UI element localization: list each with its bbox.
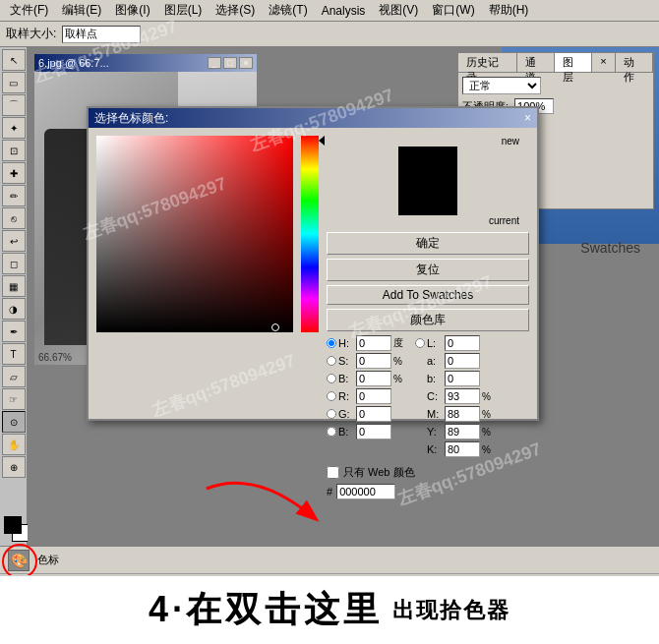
- hue-radio[interactable]: [327, 338, 336, 348]
- menu-image[interactable]: 图像(I): [109, 0, 155, 21]
- sample-size-label: 取样大小:: [6, 26, 56, 42]
- menu-window[interactable]: 窗口(W): [426, 0, 480, 21]
- tool-healing[interactable]: ✚: [2, 162, 26, 184]
- a-input[interactable]: [445, 353, 480, 369]
- L-input[interactable]: [445, 335, 480, 351]
- tool-type[interactable]: T: [2, 343, 26, 365]
- close-button[interactable]: ×: [239, 57, 253, 69]
- hex-hash-label: #: [327, 486, 332, 498]
- brightness-unit: %: [393, 374, 407, 384]
- ok-button[interactable]: 确定: [327, 232, 529, 255]
- tool-stamp[interactable]: ⎋: [2, 207, 26, 229]
- tool-hand[interactable]: ✋: [2, 434, 26, 455]
- saturation-radio[interactable]: [327, 356, 336, 366]
- b-input[interactable]: [445, 371, 480, 386]
- tool-shape[interactable]: ▱: [2, 366, 26, 387]
- green-field-row: G:: [327, 406, 407, 422]
- hue-input[interactable]: [356, 335, 391, 351]
- saturation-unit: %: [393, 356, 407, 367]
- web-colors-checkbox[interactable]: [327, 466, 339, 479]
- green-radio[interactable]: [327, 409, 336, 419]
- gradient-cursor: [271, 323, 279, 331]
- tab-history[interactable]: 历史记录: [458, 53, 517, 72]
- color-picker-title-text: 选择色标颜色:: [94, 110, 168, 127]
- maximize-button[interactable]: □: [223, 57, 237, 69]
- tool-brush[interactable]: ✏: [2, 185, 26, 206]
- blue-radio[interactable]: [327, 427, 336, 437]
- content-area: 6.jpg @ 66.7... _ □ × 小左宾 XiaoZuo Vi... …: [28, 47, 659, 546]
- menu-view[interactable]: 视图(V): [373, 0, 424, 21]
- brightness-label: B:: [338, 373, 354, 384]
- tab-channels[interactable]: 通道: [517, 53, 555, 72]
- saturation-label: S:: [338, 355, 354, 367]
- layer-icon: 🎨: [11, 553, 28, 568]
- menu-file[interactable]: 文件(F): [4, 0, 54, 21]
- hue-slider[interactable]: [301, 136, 319, 332]
- Y-input[interactable]: [445, 424, 480, 439]
- tool-lasso[interactable]: ⌒: [2, 94, 26, 116]
- color-fields: H: 度 S: %: [327, 335, 529, 457]
- add-to-swatches-button[interactable]: Add To Swatches: [327, 285, 529, 305]
- menu-filter[interactable]: 滤镜(T): [263, 0, 313, 21]
- K-input[interactable]: [445, 441, 480, 457]
- tool-eyedropper[interactable]: ⊙: [2, 411, 26, 433]
- hex-color-row: #: [327, 484, 529, 499]
- tool-pen[interactable]: ✒: [2, 321, 26, 342]
- layer-thumbnail[interactable]: 🎨: [8, 550, 30, 571]
- tab-layers[interactable]: 图层: [555, 53, 592, 72]
- menu-help[interactable]: 帮助(H): [483, 0, 535, 21]
- annotation-left-text: 4·在双击这里: [149, 586, 383, 634]
- web-colors-row: 只有 Web 颜色: [327, 465, 529, 480]
- hex-color-input[interactable]: [336, 484, 395, 499]
- red-radio[interactable]: [327, 391, 336, 401]
- menu-edit[interactable]: 编辑(E): [56, 0, 107, 21]
- blue-input[interactable]: [356, 424, 391, 439]
- Y-label: Y:: [427, 426, 443, 438]
- M-unit: %: [482, 409, 496, 420]
- tab-actions[interactable]: 动作: [616, 53, 653, 72]
- color-picker-close-btn[interactable]: ×: [524, 111, 531, 125]
- brightness-input[interactable]: [356, 371, 391, 386]
- tool-crop[interactable]: ⊡: [2, 140, 26, 161]
- blue-field-row: B:: [327, 424, 407, 439]
- menu-bar: 文件(F) 编辑(E) 图像(I) 图层(L) 选择(S) 滤镜(T) Anal…: [0, 0, 659, 22]
- color-picker-buttons: 确定 复位 Add To Swatches 颜色库: [327, 232, 529, 331]
- menu-layer[interactable]: 图层(L): [158, 0, 209, 21]
- brightness-radio[interactable]: [327, 374, 336, 383]
- foreground-color-swatch[interactable]: [4, 516, 22, 534]
- tool-zoom[interactable]: ⊕: [2, 456, 26, 478]
- tool-magic-wand[interactable]: ✦: [2, 117, 26, 139]
- red-input[interactable]: [356, 388, 391, 404]
- color-library-button[interactable]: 颜色库: [327, 309, 529, 331]
- tool-dodge[interactable]: ◑: [2, 298, 26, 320]
- tool-marquee[interactable]: ▭: [2, 72, 26, 93]
- tool-eraser[interactable]: ◻: [2, 253, 26, 274]
- green-input[interactable]: [356, 406, 391, 422]
- menu-select[interactable]: 选择(S): [210, 0, 261, 21]
- minimize-button[interactable]: _: [208, 57, 221, 69]
- red-field-row: R:: [327, 388, 407, 404]
- tool-notes[interactable]: ☞: [2, 388, 26, 410]
- L-radio[interactable]: [415, 338, 425, 348]
- M-input[interactable]: [445, 406, 480, 422]
- gradient-dark-overlay: [96, 136, 293, 332]
- panel-tabs: 历史记录 通道 图层 × 动作: [458, 53, 653, 73]
- annotation-right-text: 出现拾色器: [392, 596, 510, 625]
- menu-analysis[interactable]: Analysis: [316, 2, 372, 20]
- C-unit: %: [482, 391, 496, 402]
- tool-move[interactable]: ↖: [2, 49, 26, 71]
- tool-gradient[interactable]: ▦: [2, 275, 26, 297]
- color-picker-right: new current 确定 复位 Add To Swatches 颜色库: [327, 136, 529, 411]
- blend-mode-select[interactable]: 正常: [462, 77, 541, 94]
- tab-close[interactable]: ×: [592, 53, 615, 72]
- C-input[interactable]: [445, 388, 480, 404]
- new-color-label: new: [502, 136, 519, 146]
- photoshop-main-window: 文件(F) 编辑(E) 图像(I) 图层(L) 选择(S) 滤镜(T) Anal…: [0, 0, 659, 644]
- sample-size-input[interactable]: [62, 26, 141, 43]
- brightness-field-row: B: %: [327, 371, 407, 386]
- color-gradient-picker[interactable]: [96, 136, 293, 332]
- reset-button[interactable]: 复位: [327, 259, 529, 281]
- tool-history-brush[interactable]: ↩: [2, 230, 26, 252]
- hue-field-row: H: 度: [327, 335, 407, 351]
- saturation-input[interactable]: [356, 353, 391, 369]
